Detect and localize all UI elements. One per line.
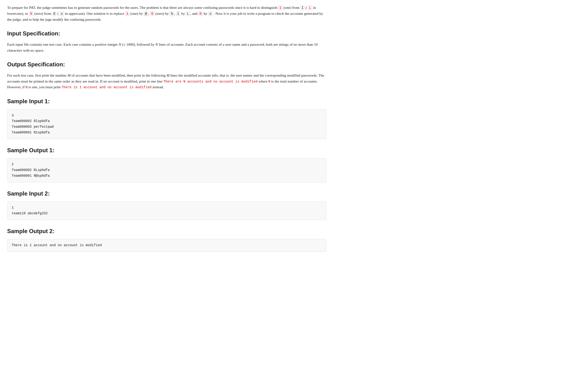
sample-output-1-section: Sample Output 1: 2 Team000002 RLsp%dfa T… xyxy=(7,146,326,183)
sample-output-1-code: 2 Team000002 RLsp%dfa Team000001 R@sp0df… xyxy=(7,158,326,182)
inline-code-1b: 1 xyxy=(125,11,130,16)
inline-code-L: L xyxy=(308,5,312,10)
sample-output-2-heading: Sample Output 2: xyxy=(7,227,326,236)
output-red-text-2: There is 1 account and no account is mod… xyxy=(62,85,151,89)
inline-code-O: O xyxy=(52,11,57,16)
output-red-text-1: There are N accounts and no account is m… xyxy=(164,80,257,83)
sample-input-2-section: Sample Input 2: 1 team110 abcdefg332 xyxy=(7,189,326,220)
output-specification-section: Output Specification: For each test case… xyxy=(7,60,326,90)
inline-code-o-lc: o xyxy=(60,11,64,16)
inline-code-o2: o xyxy=(208,11,212,16)
inline-code-at: @ xyxy=(144,11,148,16)
sample-output-2-code: There is 1 account and no account is mod… xyxy=(7,239,326,252)
sample-input-1-heading: Sample Input 1: xyxy=(7,97,326,106)
output-red-N: N xyxy=(268,80,270,83)
sample-input-2-heading: Sample Input 2: xyxy=(7,189,326,198)
input-spec-heading: Input Specification: xyxy=(7,29,326,38)
inline-code-0b: 0 xyxy=(150,11,154,16)
sample-output-2-section: Sample Output 2: There is 1 account and … xyxy=(7,227,326,252)
sample-input-2-code: 1 team110 abcdefg332 xyxy=(7,202,326,220)
inline-code-1: 1 xyxy=(278,5,283,10)
intro-paragraph: To prepare for PAT, the judge sometimes … xyxy=(7,5,326,22)
sample-input-1-section: Sample Input 1: 3 Team000002 Rlsp0dfa Te… xyxy=(7,97,326,139)
inline-code-L2: L xyxy=(186,11,190,16)
inline-code-l2: l xyxy=(176,11,180,16)
output-spec-paragraph: For each test case, first print the numb… xyxy=(7,73,326,90)
inline-code-0c: 0 xyxy=(198,11,203,16)
inline-code-0: 0 xyxy=(29,11,33,16)
input-specification-section: Input Specification: Each input file con… xyxy=(7,29,326,53)
inline-code-percent: % xyxy=(170,11,174,16)
inline-code-l: l xyxy=(300,5,305,10)
output-red-N2: N xyxy=(25,85,27,89)
output-spec-heading: Output Specification: xyxy=(7,60,326,69)
sample-output-1-heading: Sample Output 1: xyxy=(7,146,326,155)
sample-input-1-code: 3 Team000002 Rlsp0dfa Team000003 perfect… xyxy=(7,110,326,139)
input-spec-paragraph: Each input file contains one test case. … xyxy=(7,42,326,54)
